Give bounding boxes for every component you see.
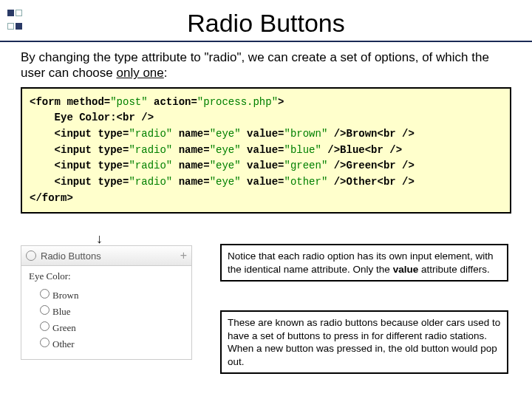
demo-body: Eye Color: Brown Blue Green Other (21, 266, 191, 359)
demo-label: Eye Color: (29, 270, 184, 282)
note-box-2: These are known as radio buttons because… (220, 310, 508, 374)
demo-header-title: Radio Buttons (41, 250, 101, 262)
demo-header: Radio Buttons + (21, 246, 191, 266)
intro-underline: only one (116, 66, 163, 80)
intro-text: By changing the type attribute to "radio… (21, 50, 511, 81)
option-label: Blue (52, 306, 71, 317)
option-label: Other (52, 338, 75, 349)
note1-part2: attribute differs. (418, 264, 490, 275)
radio-icon (26, 250, 36, 261)
note-box-1: Notice that each radio option has its ow… (220, 244, 508, 282)
arrow-down-icon: ↓ (96, 231, 103, 247)
intro-part2: : (164, 66, 168, 80)
radio-option: Brown (36, 287, 184, 301)
option-label: Brown (52, 290, 78, 301)
radio-green[interactable] (40, 321, 50, 331)
radio-other[interactable] (40, 338, 50, 347)
demo-panel: Radio Buttons + Eye Color: Brown Blue Gr… (21, 245, 192, 360)
radio-option: Blue (36, 303, 184, 318)
radio-brown[interactable] (40, 289, 50, 299)
slide-decoration (7, 6, 24, 33)
note1-bold: value (393, 264, 419, 275)
code-example: <form method="post" action="process.php"… (21, 87, 511, 214)
plus-icon: + (180, 249, 187, 262)
title-rule (0, 41, 532, 42)
radio-option: Other (36, 335, 184, 350)
radio-option: Green (36, 319, 184, 334)
intro-part1: By changing the type attribute to "radio… (21, 50, 489, 80)
option-label: Green (52, 322, 76, 333)
page-title: Radio Buttons (0, 9, 532, 38)
radio-blue[interactable] (40, 305, 50, 315)
